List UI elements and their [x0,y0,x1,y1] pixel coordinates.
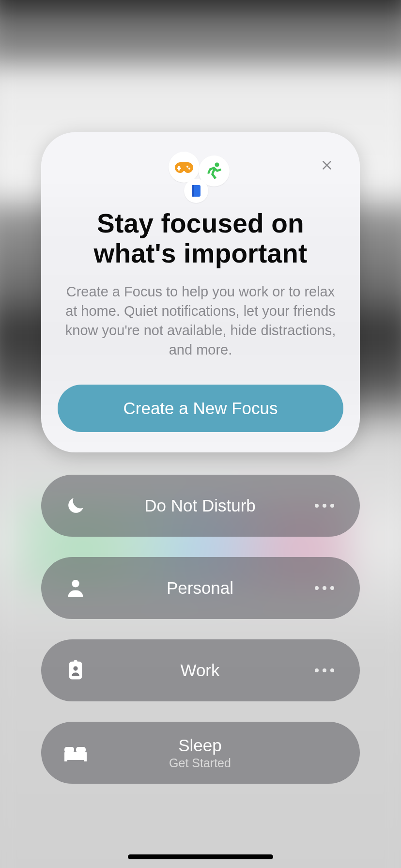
focus-overlay: Stay focused on what's important Create … [0,0,401,868]
svg-point-3 [188,168,190,170]
svg-point-10 [73,666,77,671]
card-title: Stay focused on what's important [58,209,343,268]
moon-icon [65,496,86,516]
svg-rect-13 [64,747,74,753]
svg-rect-6 [192,185,194,197]
svg-rect-14 [76,747,86,753]
svg-point-7 [72,580,79,587]
focus-mode-list: Do Not Disturb Personal Work [41,475,360,784]
badge-icon [68,660,83,681]
mode-sublabel: Get Started [169,756,231,770]
svg-rect-15 [64,759,67,761]
mode-label: Do Not Disturb [144,496,256,515]
book-icon [184,179,208,203]
card-description: Create a Focus to help you work or to re… [58,282,343,359]
focus-intro-card: Stay focused on what's important Create … [41,132,360,452]
mode-label: Sleep [178,736,222,755]
svg-point-2 [186,166,188,168]
close-button[interactable] [316,155,338,176]
svg-rect-1 [177,168,181,169]
intro-icon-cluster [171,152,230,200]
more-icon[interactable] [312,586,337,590]
mode-do-not-disturb[interactable]: Do Not Disturb [41,475,360,537]
home-indicator[interactable] [128,854,273,859]
bed-icon [63,744,88,761]
svg-rect-9 [74,660,77,664]
svg-point-4 [215,163,219,167]
person-icon [66,578,85,598]
create-focus-button[interactable]: Create a New Focus [58,385,343,432]
mode-personal[interactable]: Personal [41,557,360,619]
mode-sleep[interactable]: Sleep Get Started [41,722,360,784]
svg-rect-16 [84,759,87,761]
mode-label: Work [180,661,219,680]
mode-work[interactable]: Work [41,639,360,701]
mode-label: Personal [167,578,233,598]
more-icon[interactable] [312,668,337,672]
game-controller-icon [169,152,200,183]
close-icon [321,159,333,171]
svg-rect-12 [64,755,87,760]
more-icon[interactable] [312,504,337,508]
